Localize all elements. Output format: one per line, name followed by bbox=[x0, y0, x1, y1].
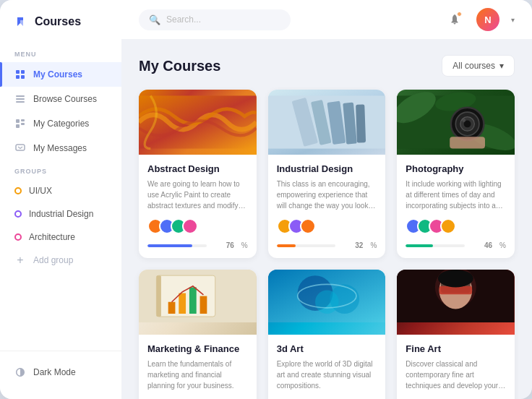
card-title-abstract: Abstract Design bbox=[147, 163, 248, 174]
search-input[interactable] bbox=[166, 14, 280, 25]
content-header: My Courses All courses ▾ bbox=[139, 55, 515, 77]
main-content: 🔍 N ▾ My Courses All courses ▾ bbox=[121, 0, 532, 399]
groups-section-label: GROUPS bbox=[0, 160, 121, 179]
filter-button[interactable]: All courses ▾ bbox=[442, 55, 515, 77]
my-categories-icon bbox=[14, 118, 26, 129]
svg-point-27 bbox=[463, 119, 466, 122]
svg-rect-45 bbox=[439, 286, 473, 294]
sidebar-item-ui-ux[interactable]: UI/UX bbox=[0, 179, 121, 202]
progress-pct-industrial: 32 bbox=[343, 241, 363, 249]
svg-rect-31 bbox=[156, 275, 161, 317]
sidebar-item-architecture[interactable]: Architecture bbox=[0, 226, 121, 249]
svg-rect-1 bbox=[21, 70, 25, 74]
logo-icon bbox=[14, 14, 29, 29]
card-title-3dart: 3d Art bbox=[277, 343, 377, 354]
course-card-marketing-finance[interactable]: Marketing & Finance Learn the fundamenta… bbox=[139, 270, 257, 399]
course-image-fineart bbox=[397, 270, 515, 335]
card-avatars-photography bbox=[406, 218, 506, 234]
architecture-dot bbox=[14, 233, 22, 241]
search-bar[interactable]: 🔍 bbox=[139, 9, 291, 30]
logo-text: Courses bbox=[35, 15, 81, 28]
svg-rect-0 bbox=[16, 70, 20, 74]
industrial-design-dot bbox=[14, 210, 22, 218]
card-desc-photography: It include working with lighting at diff… bbox=[406, 179, 506, 211]
progress-fill-industrial bbox=[277, 244, 296, 247]
card-title-industrial: Industrial Design bbox=[277, 163, 377, 174]
avatar-chevron-icon[interactable]: ▾ bbox=[511, 16, 515, 24]
card-desc-3dart: Explore the world of 3D digital art and … bbox=[277, 359, 377, 391]
sidebar-item-industrial-design-label: Industrial Design bbox=[29, 209, 93, 219]
sidebar-item-my-courses[interactable]: My Courses bbox=[0, 62, 121, 87]
sidebar: Courses MENU My Courses bbox=[0, 0, 121, 399]
svg-rect-28 bbox=[450, 137, 486, 148]
course-card-abstract-design[interactable]: Abstract Design We are going to learn ho… bbox=[139, 90, 257, 258]
browse-courses-icon bbox=[14, 93, 26, 105]
course-image-3dart bbox=[268, 270, 386, 335]
course-card-fine-art[interactable]: Fine Art Discover classical and contempo… bbox=[397, 270, 515, 399]
course-grid: Abstract Design We are going to learn ho… bbox=[139, 90, 515, 399]
sidebar-item-my-categories[interactable]: My Categories bbox=[0, 111, 121, 136]
sidebar-item-dark-mode[interactable]: Dark Mode bbox=[0, 360, 121, 385]
card-avatars-abstract bbox=[147, 218, 248, 234]
sidebar-item-industrial-design[interactable]: Industrial Design bbox=[0, 202, 121, 226]
avatar-4 bbox=[182, 218, 198, 234]
svg-point-39 bbox=[315, 290, 339, 314]
menu-section-label: MENU bbox=[0, 43, 121, 62]
card-title-fineart: Fine Art bbox=[406, 343, 506, 354]
svg-rect-7 bbox=[16, 119, 20, 123]
svg-rect-18 bbox=[356, 104, 366, 142]
card-body-3dart: 3d Art Explore the world of 3D digital a… bbox=[268, 335, 386, 399]
card-desc-industrial: This class is an encouraging, empowering… bbox=[277, 179, 377, 211]
dark-mode-label: Dark Mode bbox=[33, 367, 76, 377]
app-container: Courses MENU My Courses bbox=[0, 0, 532, 399]
svg-rect-5 bbox=[16, 98, 25, 100]
sidebar-item-my-courses-label: My Courses bbox=[33, 69, 82, 80]
course-card-photography[interactable]: Photography It include working with ligh… bbox=[397, 90, 515, 258]
svg-point-46 bbox=[438, 270, 473, 287]
svg-rect-10 bbox=[16, 124, 20, 128]
card-body-abstract: Abstract Design We are going to learn ho… bbox=[139, 155, 257, 258]
ui-ux-dot bbox=[14, 187, 22, 194]
svg-rect-3 bbox=[21, 75, 25, 79]
page-title: My Courses bbox=[139, 58, 220, 74]
sidebar-item-my-categories-label: My Categories bbox=[33, 119, 89, 129]
course-image-abstract bbox=[139, 90, 257, 155]
card-body-photography: Photography It include working with ligh… bbox=[397, 155, 515, 258]
content-area: My Courses All courses ▾ bbox=[121, 39, 532, 399]
svg-rect-11 bbox=[16, 145, 25, 150]
card-desc-fineart: Discover classical and contemporary fine… bbox=[406, 359, 506, 391]
add-group-button[interactable]: + Add group bbox=[0, 249, 121, 272]
sidebar-item-browse-courses[interactable]: Browse Courses bbox=[0, 87, 121, 111]
dark-mode-icon bbox=[14, 366, 26, 378]
sidebar-item-browse-courses-label: Browse Courses bbox=[33, 94, 97, 104]
svg-rect-4 bbox=[16, 95, 25, 97]
search-icon: 🔍 bbox=[149, 14, 160, 25]
progress-bg-photography bbox=[406, 244, 465, 247]
course-card-3d-art[interactable]: 3d Art Explore the world of 3D digital a… bbox=[268, 270, 386, 399]
my-messages-icon bbox=[14, 142, 26, 154]
course-card-industrial-design[interactable]: Industrial Design This class is an encou… bbox=[268, 90, 386, 258]
svg-rect-9 bbox=[21, 123, 25, 125]
header: 🔍 N ▾ bbox=[121, 0, 532, 39]
progress-pct-abstract: 76 bbox=[214, 241, 234, 249]
plus-icon: + bbox=[14, 254, 26, 266]
pct-sign-2: % bbox=[499, 241, 506, 249]
progress-pct-photography: 46 bbox=[472, 241, 492, 249]
my-courses-icon bbox=[14, 69, 26, 80]
avatar-11 bbox=[440, 218, 456, 234]
sidebar-item-architecture-label: Architecture bbox=[29, 232, 75, 242]
progress-fill-photography bbox=[406, 244, 433, 247]
pct-sign-1: % bbox=[370, 241, 377, 249]
sidebar-item-my-messages[interactable]: My Messages bbox=[0, 136, 121, 160]
bell-button[interactable] bbox=[445, 9, 465, 30]
avatar[interactable]: N bbox=[476, 8, 499, 31]
card-body-marketing: Marketing & Finance Learn the fundamenta… bbox=[139, 335, 257, 399]
card-title-photography: Photography bbox=[406, 163, 506, 174]
sidebar-bottom: Dark Mode bbox=[0, 351, 121, 385]
svg-rect-2 bbox=[16, 75, 20, 79]
card-footer-abstract: 76% bbox=[147, 241, 248, 249]
filter-chevron-icon: ▾ bbox=[499, 61, 504, 71]
avatar-7 bbox=[300, 218, 316, 234]
card-body-industrial: Industrial Design This class is an encou… bbox=[268, 155, 386, 258]
card-avatars-industrial bbox=[277, 218, 377, 234]
